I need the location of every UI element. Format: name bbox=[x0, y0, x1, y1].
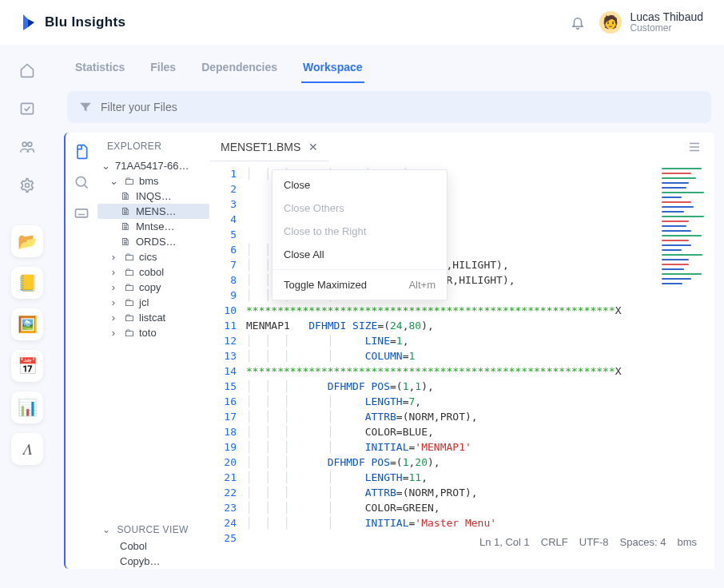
tab-statistics[interactable]: Statistics bbox=[74, 56, 126, 83]
explorer-panel: EXPLORER ⌄71AA5417-66… ⌄🗀bms 🗎INQS… 🗎MEN… bbox=[97, 133, 209, 569]
svg-rect-6 bbox=[690, 143, 699, 145]
ctx-close[interactable]: Close bbox=[272, 173, 447, 197]
folder-cobol[interactable]: ›🗀cobol bbox=[97, 264, 209, 280]
topbar: Blu Insights 🧑 Lucas Thibaud Customer bbox=[0, 0, 724, 45]
left-rail: 📂 📒 🖼️ 📅 📊 𝛬 bbox=[0, 45, 54, 588]
user-role: Customer bbox=[630, 23, 703, 34]
ctx-close-all[interactable]: Close All bbox=[272, 243, 447, 266]
tile-notes-icon[interactable]: 📒 bbox=[11, 267, 43, 299]
file-inqs[interactable]: 🗎INQS… bbox=[97, 189, 209, 204]
folder-listcat[interactable]: ›🗀listcat bbox=[97, 310, 209, 325]
editor-tab-label: MENSET1.BMS bbox=[221, 141, 300, 153]
source-view-copyb[interactable]: Copyb… bbox=[97, 554, 209, 569]
svg-point-4 bbox=[76, 177, 86, 186]
bell-icon[interactable] bbox=[571, 15, 585, 30]
status-eol[interactable]: CRLF bbox=[541, 536, 568, 548]
tab-workspace[interactable]: Workspace bbox=[301, 56, 364, 83]
file-mntse[interactable]: 🗎Mntse… bbox=[97, 219, 209, 234]
code-area[interactable]: 1234567891011121314151617181920212223242… bbox=[209, 161, 714, 569]
user-block[interactable]: 🧑 Lucas Thibaud Customer bbox=[599, 11, 703, 34]
editor: MENSET1.BMS ✕ 12345678910111213141516171… bbox=[209, 133, 714, 569]
status-pos[interactable]: Ln 1, Col 1 bbox=[479, 536, 530, 548]
svg-point-3 bbox=[26, 184, 30, 188]
folder-bms[interactable]: ⌄🗀bms bbox=[97, 173, 209, 189]
svg-rect-0 bbox=[22, 103, 34, 113]
user-name: Lucas Thibaud bbox=[630, 11, 703, 23]
editor-tabs: MENSET1.BMS ✕ bbox=[209, 133, 714, 161]
tile-compass-icon[interactable]: 𝛬 bbox=[11, 433, 43, 465]
status-encoding[interactable]: UTF-8 bbox=[579, 536, 609, 548]
avatar: 🧑 bbox=[599, 11, 622, 34]
minimap[interactable] bbox=[658, 161, 714, 569]
workspace: EXPLORER ⌄71AA5417-66… ⌄🗀bms 🗎INQS… 🗎MEN… bbox=[64, 133, 714, 569]
ctx-separator bbox=[272, 269, 447, 270]
svg-point-2 bbox=[28, 142, 32, 146]
source-view-header[interactable]: ⌄SOURCE VIEW bbox=[97, 518, 209, 538]
folder-jcl[interactable]: ›🗀jcl bbox=[97, 295, 209, 310]
tree-root[interactable]: ⌄71AA5417-66… bbox=[97, 158, 209, 173]
tab-context-menu: Close Close Others Close to the Right Cl… bbox=[272, 169, 448, 300]
tile-folder-yellow-icon[interactable]: 📂 bbox=[11, 225, 43, 257]
status-bar: Ln 1, Col 1 CRLF UTF-8 Spaces: 4 bms bbox=[479, 536, 697, 548]
brand-name: Blu Insights bbox=[45, 14, 125, 30]
gutter: 1234567891011121314151617181920212223242… bbox=[209, 161, 243, 569]
ctx-toggle-maximized[interactable]: Toggle MaximizedAlt+m bbox=[272, 273, 447, 296]
check-icon[interactable] bbox=[13, 94, 42, 123]
tile-chart-icon[interactable]: 📊 bbox=[11, 391, 43, 423]
list-view-icon[interactable] bbox=[687, 140, 714, 154]
close-icon[interactable]: ✕ bbox=[308, 141, 318, 153]
file-mens[interactable]: 🗎MENS… bbox=[97, 204, 209, 219]
filter-icon bbox=[78, 100, 93, 114]
ctx-close-right: Close to the Right bbox=[272, 220, 447, 243]
gear-icon[interactable] bbox=[13, 171, 42, 200]
users-icon[interactable] bbox=[13, 133, 42, 161]
brand[interactable]: Blu Insights bbox=[21, 13, 125, 32]
tile-calendar-icon[interactable]: 📅 bbox=[11, 350, 43, 382]
svg-point-1 bbox=[22, 142, 26, 146]
status-lang[interactable]: bms bbox=[677, 536, 697, 548]
keyboard-icon[interactable] bbox=[74, 205, 90, 220]
home-icon[interactable] bbox=[13, 56, 42, 85]
activity-bar bbox=[66, 133, 97, 569]
file-ords[interactable]: 🗎ORDS… bbox=[97, 234, 209, 249]
folder-cics[interactable]: ›🗀cics bbox=[97, 249, 209, 264]
ctx-close-others: Close Others bbox=[272, 197, 447, 220]
main-tabs: Statistics Files Dependencies Workspace bbox=[54, 45, 724, 83]
tile-picture-icon[interactable]: 🖼️ bbox=[11, 308, 43, 340]
filter-bar[interactable] bbox=[67, 91, 711, 123]
editor-tab-menset[interactable]: MENSET1.BMS ✕ bbox=[209, 133, 329, 161]
folder-toto[interactable]: ›🗀toto bbox=[97, 325, 209, 340]
tab-files[interactable]: Files bbox=[149, 56, 177, 83]
brand-logo-icon bbox=[21, 13, 37, 32]
explorer-header: EXPLORER bbox=[97, 133, 209, 158]
filter-input[interactable] bbox=[101, 101, 700, 113]
svg-rect-8 bbox=[690, 150, 699, 152]
svg-rect-5 bbox=[76, 209, 88, 217]
status-spaces[interactable]: Spaces: 4 bbox=[620, 536, 666, 548]
file-tree: ⌄71AA5417-66… ⌄🗀bms 🗎INQS… 🗎MENS… 🗎Mntse… bbox=[97, 158, 209, 518]
source-view-cobol[interactable]: Cobol bbox=[97, 538, 209, 554]
svg-rect-7 bbox=[690, 146, 699, 148]
tab-dependencies[interactable]: Dependencies bbox=[200, 56, 279, 83]
files-icon[interactable] bbox=[74, 144, 90, 160]
search-icon[interactable] bbox=[74, 174, 90, 190]
folder-copy[interactable]: ›🗀copy bbox=[97, 280, 209, 295]
